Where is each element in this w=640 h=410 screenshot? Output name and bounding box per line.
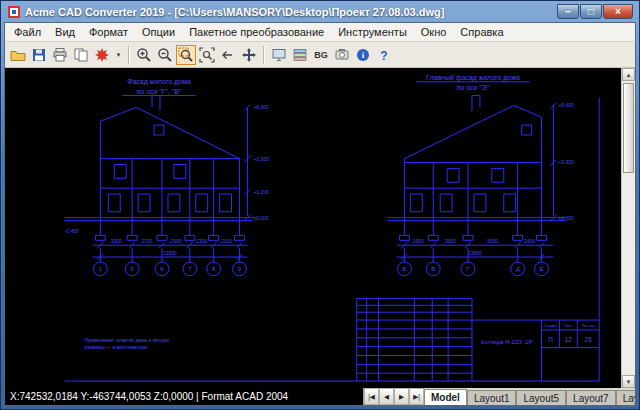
vertical-scrollbar[interactable]: ▲ ▼ xyxy=(621,68,635,388)
layers-icon xyxy=(292,47,308,63)
left-mark: +1,200 xyxy=(253,190,269,195)
copy-button[interactable] xyxy=(71,45,91,65)
stamp-object-name: Коттедж Н-223 -1Р xyxy=(481,339,532,345)
convert-icon xyxy=(94,47,110,63)
menu-view[interactable]: Вид xyxy=(48,24,82,40)
zoom-in-button[interactable] xyxy=(134,45,154,65)
right-dim: 2400 xyxy=(524,239,535,244)
scroll-down-icon[interactable]: ▼ xyxy=(622,375,635,388)
left-dim: 3300 xyxy=(111,239,122,244)
menu-file[interactable]: Файл xyxy=(7,24,48,40)
tab-layout7[interactable]: Layout7 xyxy=(566,390,616,405)
stamp-sheets-label: Листов xyxy=(582,323,595,328)
zoom-window-icon xyxy=(178,47,194,63)
titlebar[interactable]: Acme CAD Converter 2019 - [C:\Users\MANS… xyxy=(4,1,636,22)
right-axis-label: Д xyxy=(516,266,520,272)
zoom-in-icon xyxy=(136,47,152,63)
statusbar-coordinates: X:742532,0184 Y:-463744,0053 Z:0,0000 | … xyxy=(5,388,363,405)
info-button[interactable]: i xyxy=(353,45,373,65)
minimize-button[interactable]: – xyxy=(557,4,579,19)
svg-text:?: ? xyxy=(380,48,387,62)
right-axis-label: Г xyxy=(466,266,470,272)
app-frame: Файл Вид Формат Опции Пакетное преобразо… xyxy=(4,22,636,406)
capture-button[interactable] xyxy=(332,45,352,65)
stamp-stage-value: П xyxy=(548,336,553,343)
menu-help[interactable]: Справка xyxy=(453,24,510,40)
zoom-previous-button[interactable] xyxy=(218,45,238,65)
note-line1: Примечание: отметки даны в метрах, xyxy=(84,338,170,343)
layers-button[interactable] xyxy=(290,45,310,65)
left-axis-label: 5 xyxy=(131,266,135,272)
tab-layout5[interactable]: Layout5 xyxy=(516,390,566,405)
maximize-button[interactable]: □ xyxy=(580,4,602,19)
app-window: Acme CAD Converter 2019 - [C:\Users\MANS… xyxy=(0,0,640,410)
print-button[interactable] xyxy=(50,45,70,65)
right-dim: 2900 xyxy=(413,239,424,244)
left-elevation xyxy=(65,96,254,276)
right-total-dim: 13800 xyxy=(468,251,482,256)
note-line2: размеры — в миллиметрах. xyxy=(84,345,148,350)
zoom-out-button[interactable] xyxy=(155,45,175,65)
save-icon xyxy=(31,47,47,63)
convert-button[interactable] xyxy=(92,45,112,65)
menu-options[interactable]: Опции xyxy=(135,24,182,40)
left-dim: 2700 xyxy=(142,239,153,244)
left-axis-label: 6 xyxy=(160,266,164,272)
left-title-line1: Фасад жилого дома xyxy=(127,78,191,86)
left-dim: 2900 xyxy=(170,239,181,244)
scrollbar-track[interactable] xyxy=(622,81,635,375)
pan-button[interactable] xyxy=(239,45,259,65)
menu-window[interactable]: Окно xyxy=(414,24,454,40)
open-button[interactable] xyxy=(8,45,28,65)
scrollbar-thumb[interactable] xyxy=(623,83,634,173)
stamp-stage-label: Стадия xyxy=(544,323,557,328)
right-mark: ±0,000 xyxy=(558,216,573,221)
fit-screen-button[interactable] xyxy=(269,45,289,65)
right-axis-label: Е xyxy=(540,266,544,272)
tab-next-button[interactable]: ▶ xyxy=(394,388,409,405)
monitor-icon xyxy=(271,47,287,63)
zoom-extents-button[interactable] xyxy=(197,45,217,65)
stamp-sheet-label: Лист xyxy=(564,323,573,328)
toolbar-separator xyxy=(263,46,265,64)
app-icon xyxy=(7,5,21,19)
bottombar: X:742532,0184 Y:-463744,0053 Z:0,0000 | … xyxy=(5,388,635,405)
tab-prev-button[interactable]: ◀ xyxy=(379,388,394,405)
right-axis-label: Б xyxy=(402,266,406,272)
right-title-line1: Главный фасад жилого дома xyxy=(426,74,520,82)
print-icon xyxy=(52,47,68,63)
layout-tabstrip: |◀ ◀ ▶ ▶| Model Layout1 Layout5 Layout7 … xyxy=(363,388,635,405)
menu-tools[interactable]: Инструменты xyxy=(331,24,414,40)
close-button[interactable]: × xyxy=(603,4,633,19)
tab-first-button[interactable]: |◀ xyxy=(364,388,379,405)
workspace: Фасад жилого дома по оси "Г", "В" +6,600… xyxy=(5,68,635,388)
left-mark: ±0,000 xyxy=(253,216,268,221)
stamp-sheets-value: 26 xyxy=(585,336,593,343)
help-button[interactable]: ? xyxy=(374,45,394,65)
scroll-up-icon[interactable]: ▲ xyxy=(622,68,635,81)
right-mark: +3,300 xyxy=(558,161,574,166)
background-color-button[interactable]: BG xyxy=(311,45,331,65)
left-mark: +3,300 xyxy=(253,157,269,162)
right-dim: 5000 xyxy=(487,239,498,244)
left-axis-label: 7 xyxy=(188,266,191,272)
menu-batch-convert[interactable]: Пакетное преобразование xyxy=(182,24,331,40)
right-dim: 3500 xyxy=(445,239,456,244)
zoom-window-button[interactable] xyxy=(176,45,196,65)
zoom-out-icon xyxy=(157,47,173,63)
tab-last-button[interactable]: ▶| xyxy=(409,388,424,405)
camera-icon xyxy=(334,47,350,63)
drawing-canvas[interactable]: Фасад жилого дома по оси "Г", "В" +6,600… xyxy=(5,68,621,388)
right-axis-label: В xyxy=(431,266,435,272)
convert-dropdown[interactable]: ▾ xyxy=(113,45,124,65)
left-title-line2: по оси "Г", "В" xyxy=(137,88,182,95)
left-dim: 2100 xyxy=(221,239,232,244)
right-mark: +6,600 xyxy=(558,103,574,108)
left-mark-below: -0,450 xyxy=(65,229,79,234)
menu-format[interactable]: Формат xyxy=(82,24,135,40)
tab-model[interactable]: Model xyxy=(424,389,467,405)
tab-layout8[interactable]: Layout8 xyxy=(616,390,635,405)
tab-layout1[interactable]: Layout1 xyxy=(467,390,517,405)
menubar: Файл Вид Формат Опции Пакетное преобразо… xyxy=(5,23,635,42)
save-button[interactable] xyxy=(29,45,49,65)
